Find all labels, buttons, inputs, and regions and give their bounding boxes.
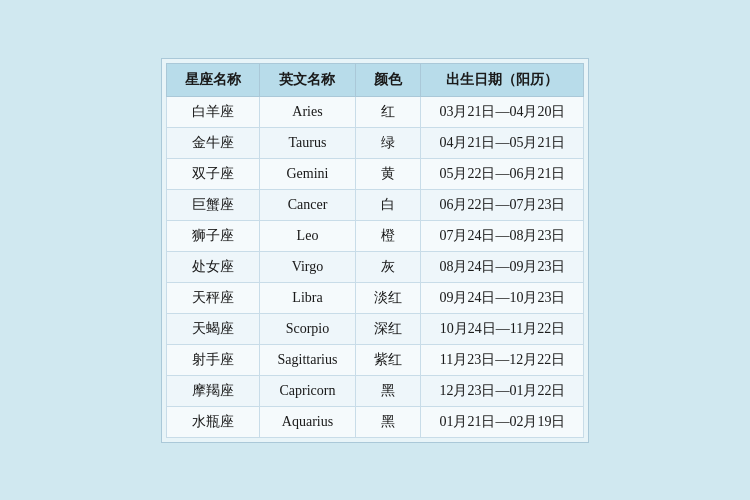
cell-6-3: 09月24日—10月23日 (421, 282, 584, 313)
cell-4-2: 橙 (356, 220, 421, 251)
table-row: 天秤座Libra淡红09月24日—10月23日 (166, 282, 584, 313)
cell-1-1: Taurus (259, 127, 356, 158)
table-row: 摩羯座Capricorn黑12月23日—01月22日 (166, 375, 584, 406)
table-row: 双子座Gemini黄05月22日—06月21日 (166, 158, 584, 189)
cell-0-0: 白羊座 (166, 96, 259, 127)
cell-8-0: 射手座 (166, 344, 259, 375)
cell-10-3: 01月21日—02月19日 (421, 406, 584, 437)
cell-9-3: 12月23日—01月22日 (421, 375, 584, 406)
cell-0-1: Aries (259, 96, 356, 127)
cell-4-1: Leo (259, 220, 356, 251)
cell-9-1: Capricorn (259, 375, 356, 406)
cell-3-0: 巨蟹座 (166, 189, 259, 220)
cell-2-1: Gemini (259, 158, 356, 189)
cell-3-2: 白 (356, 189, 421, 220)
cell-4-3: 07月24日—08月23日 (421, 220, 584, 251)
table-body: 白羊座Aries红03月21日—04月20日金牛座Taurus绿04月21日—0… (166, 96, 584, 437)
cell-10-0: 水瓶座 (166, 406, 259, 437)
cell-7-3: 10月24日—11月22日 (421, 313, 584, 344)
cell-1-0: 金牛座 (166, 127, 259, 158)
cell-10-1: Aquarius (259, 406, 356, 437)
cell-5-2: 灰 (356, 251, 421, 282)
table-row: 水瓶座Aquarius黑01月21日—02月19日 (166, 406, 584, 437)
table-row: 处女座Virgo灰08月24日—09月23日 (166, 251, 584, 282)
zodiac-table: 星座名称 英文名称 颜色 出生日期（阳历） 白羊座Aries红03月21日—04… (166, 63, 585, 438)
table-row: 巨蟹座Cancer白06月22日—07月23日 (166, 189, 584, 220)
table-row: 金牛座Taurus绿04月21日—05月21日 (166, 127, 584, 158)
cell-1-3: 04月21日—05月21日 (421, 127, 584, 158)
cell-8-1: Sagittarius (259, 344, 356, 375)
cell-7-2: 深红 (356, 313, 421, 344)
cell-3-3: 06月22日—07月23日 (421, 189, 584, 220)
cell-5-3: 08月24日—09月23日 (421, 251, 584, 282)
cell-6-2: 淡红 (356, 282, 421, 313)
cell-3-1: Cancer (259, 189, 356, 220)
cell-1-2: 绿 (356, 127, 421, 158)
cell-0-2: 红 (356, 96, 421, 127)
cell-7-0: 天蝎座 (166, 313, 259, 344)
cell-9-0: 摩羯座 (166, 375, 259, 406)
cell-5-0: 处女座 (166, 251, 259, 282)
cell-0-3: 03月21日—04月20日 (421, 96, 584, 127)
cell-4-0: 狮子座 (166, 220, 259, 251)
table-row: 天蝎座Scorpio深红10月24日—11月22日 (166, 313, 584, 344)
cell-2-3: 05月22日—06月21日 (421, 158, 584, 189)
col-header-chinese: 星座名称 (166, 63, 259, 96)
table-row: 白羊座Aries红03月21日—04月20日 (166, 96, 584, 127)
cell-2-2: 黄 (356, 158, 421, 189)
table-row: 狮子座Leo橙07月24日—08月23日 (166, 220, 584, 251)
col-header-english: 英文名称 (259, 63, 356, 96)
cell-9-2: 黑 (356, 375, 421, 406)
table-row: 射手座Sagittarius紫红11月23日—12月22日 (166, 344, 584, 375)
cell-6-1: Libra (259, 282, 356, 313)
table-header-row: 星座名称 英文名称 颜色 出生日期（阳历） (166, 63, 584, 96)
cell-8-2: 紫红 (356, 344, 421, 375)
cell-7-1: Scorpio (259, 313, 356, 344)
zodiac-table-container: 星座名称 英文名称 颜色 出生日期（阳历） 白羊座Aries红03月21日—04… (161, 58, 590, 443)
cell-6-0: 天秤座 (166, 282, 259, 313)
cell-8-3: 11月23日—12月22日 (421, 344, 584, 375)
cell-5-1: Virgo (259, 251, 356, 282)
cell-2-0: 双子座 (166, 158, 259, 189)
cell-10-2: 黑 (356, 406, 421, 437)
col-header-color: 颜色 (356, 63, 421, 96)
col-header-dates: 出生日期（阳历） (421, 63, 584, 96)
